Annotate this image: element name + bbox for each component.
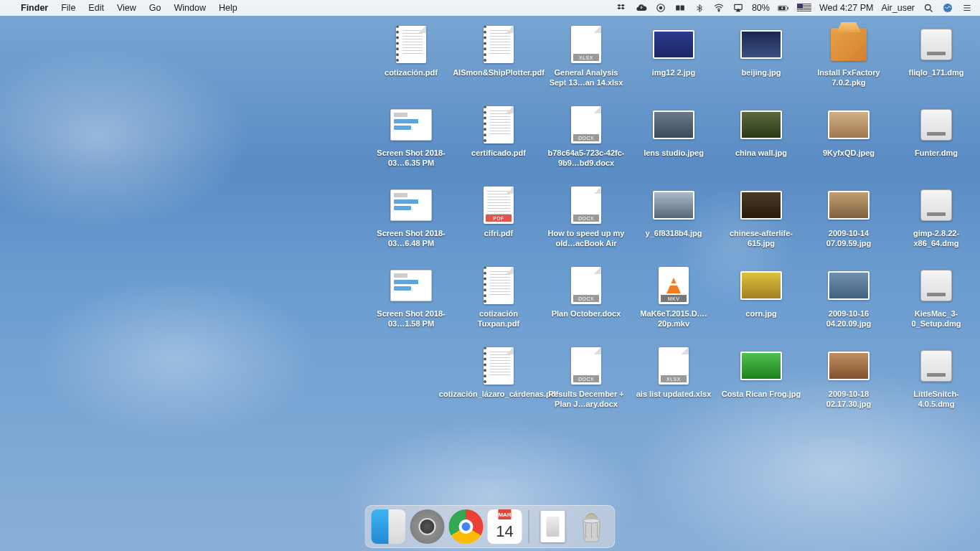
desktop-file[interactable]: KiesMac_3-0_Setup.dmg — [892, 264, 980, 344]
svg-point-1 — [659, 6, 663, 10]
file-icon — [388, 265, 434, 306]
desktop-file[interactable]: cotización.pdf — [367, 23, 455, 103]
desktop-file[interactable]: Funter.dmg — [892, 103, 980, 184]
svg-point-9 — [925, 4, 930, 10]
desktop-file[interactable]: Install FxFactory 7.0.2.pkg — [805, 23, 892, 103]
file-icon — [913, 185, 959, 225]
dock-calendar[interactable]: MAR 14 — [488, 509, 522, 544]
spotlight-icon[interactable] — [923, 2, 934, 14]
svg-point-4 — [718, 10, 720, 11]
file-label: Screen Shot 2018-03…6.48 PM — [367, 228, 455, 249]
clock[interactable]: Wed 4:27 PM — [819, 3, 874, 13]
file-icon — [738, 265, 784, 306]
file-icon — [826, 265, 872, 306]
menubar-right: 80% Wed 4:27 PM Air_user — [616, 2, 973, 14]
menu-file[interactable]: File — [55, 3, 82, 13]
file-icon: DOCX — [563, 265, 609, 306]
file-icon — [738, 24, 784, 65]
file-label: fliqlo_171.dmg — [905, 67, 966, 77]
file-icon: MKV — [651, 265, 697, 306]
desktop-file[interactable]: 2009-10-16 04.20.09.jpg — [805, 264, 892, 344]
bluetooth-icon[interactable] — [694, 2, 705, 14]
desktop-file[interactable]: corn.jpg — [717, 264, 805, 344]
airplay-icon[interactable] — [732, 2, 744, 14]
desktop-file[interactable]: DOCXPlan October.docx — [542, 264, 630, 344]
battery-percent[interactable]: 80% — [752, 3, 770, 13]
desktop[interactable]: cotización.pdfAISmon&ShipPlotter.pdfXLSX… — [0, 16, 980, 551]
desktop-file[interactable]: DOCXb78c64a5-723c-42fc-9b9…bd9.docx — [542, 103, 630, 184]
desktop-file[interactable]: 9KyfxQD.jpeg — [805, 103, 892, 184]
file-label: General Analysis Sept 13…an 14.xlsx — [542, 67, 630, 88]
desktop-file[interactable]: XLSXais list updated.xlsx — [630, 344, 717, 425]
desktop-file[interactable]: y_6f8318b4.jpg — [630, 184, 717, 264]
svg-rect-3 — [680, 6, 684, 11]
desktop-file[interactable]: lens studio.jpeg — [630, 103, 717, 184]
desktop-file[interactable]: DOCXResults December + Plan J…ary.docx — [542, 344, 630, 425]
file-label: 2009-10-18 02.17.30.jpg — [805, 389, 892, 410]
desktop-file[interactable]: XLSXGeneral Analysis Sept 13…an 14.xlsx — [542, 23, 630, 103]
calendar-month: MAR — [498, 509, 511, 519]
file-icon: DOCX — [563, 346, 609, 386]
siri-icon[interactable] — [942, 2, 953, 14]
svg-rect-2 — [676, 6, 679, 11]
desktop-file[interactable]: Screen Shot 2018-03…6.48 PM — [367, 184, 455, 264]
menu-go[interactable]: Go — [143, 3, 168, 13]
desktop-file[interactable]: PDFcifri.pdf — [455, 184, 542, 264]
cloud-icon[interactable] — [636, 2, 647, 14]
dock-launchpad[interactable] — [410, 509, 445, 544]
desktop-file[interactable]: china wall.jpg — [717, 103, 805, 184]
desktop-file[interactable]: fliqlo_171.dmg — [892, 23, 980, 103]
file-icon: PDF — [476, 185, 522, 225]
desktop-file[interactable]: LittleSnitch-4.0.5.dmg — [892, 344, 980, 425]
desktop-file[interactable]: Screen Shot 2018-03…1.58 PM — [367, 264, 455, 344]
record-icon[interactable] — [655, 2, 666, 14]
disk-icon[interactable] — [674, 2, 686, 14]
dock-trash[interactable] — [575, 509, 609, 544]
dock-chrome[interactable] — [449, 509, 484, 544]
file-label: y_6f8318b4.jpg — [643, 228, 705, 238]
desktop-file[interactable]: Screen Shot 2018-03…6.35 PM — [367, 103, 455, 184]
desktop-file[interactable]: cotización_lázaro_cárdenas.pdf — [455, 344, 542, 425]
desktop-file[interactable]: 2009-10-18 02.17.30.jpg — [805, 344, 892, 425]
app-menu[interactable]: Finder — [14, 3, 55, 13]
file-icon — [651, 105, 697, 145]
menu-edit[interactable]: Edit — [82, 3, 110, 13]
desktop-file[interactable]: MKVMaK6eT.2015.D.…20p.mkv — [630, 264, 717, 344]
file-label: gimp-2.8.22-x86_64.dmg — [892, 228, 980, 249]
desktop-file[interactable]: cotización Tuxpan.pdf — [455, 264, 542, 344]
file-label: Screen Shot 2018-03…6.35 PM — [367, 148, 455, 169]
desktop-file[interactable]: Costa Rican Frog.jpg — [717, 344, 805, 425]
dropbox-icon[interactable] — [616, 2, 628, 14]
input-flag-icon[interactable] — [797, 4, 811, 12]
file-icon — [476, 265, 522, 306]
file-label: Costa Rican Frog.jpg — [719, 389, 804, 399]
file-icon — [476, 346, 522, 386]
desktop-file[interactable]: 2009-10-14 07.09.59.jpg — [805, 184, 892, 264]
user-menu[interactable]: Air_user — [881, 3, 915, 13]
menu-view[interactable]: View — [110, 3, 143, 13]
desktop-file[interactable]: AISmon&ShipPlotter.pdf — [455, 23, 542, 103]
desktop-file[interactable]: chinese-afterlife-615.jpg — [717, 184, 805, 264]
file-label: MaK6eT.2015.D.…20p.mkv — [630, 309, 717, 329]
notification-center-icon[interactable] — [961, 2, 973, 14]
file-label: 2009-10-16 04.20.09.jpg — [805, 309, 892, 329]
dock-recent-dmg[interactable] — [536, 509, 570, 544]
file-icon — [913, 24, 959, 65]
file-label: Results December + Plan J…ary.docx — [542, 389, 630, 410]
desktop-file[interactable]: beijing.jpg — [717, 23, 805, 103]
file-icon: DOCX — [563, 185, 609, 225]
menu-window[interactable]: Window — [167, 3, 212, 13]
file-label: 9KyfxQD.jpeg — [820, 148, 877, 158]
file-label: china wall.jpg — [732, 148, 790, 158]
desktop-file[interactable]: gimp-2.8.22-x86_64.dmg — [892, 184, 980, 264]
file-label: img12 2.jpg — [649, 67, 699, 77]
desktop-file[interactable]: DOCXHow to speed up my old…acBook Air — [542, 184, 630, 264]
file-icon: DOCX — [563, 105, 609, 145]
desktop-file[interactable]: img12 2.jpg — [630, 23, 717, 103]
menu-help[interactable]: Help — [212, 3, 244, 13]
wifi-icon[interactable] — [713, 2, 725, 14]
svg-rect-8 — [788, 6, 788, 9]
desktop-file[interactable]: certificado.pdf — [455, 103, 542, 184]
battery-icon[interactable] — [778, 2, 789, 14]
dock-finder[interactable] — [372, 509, 406, 544]
